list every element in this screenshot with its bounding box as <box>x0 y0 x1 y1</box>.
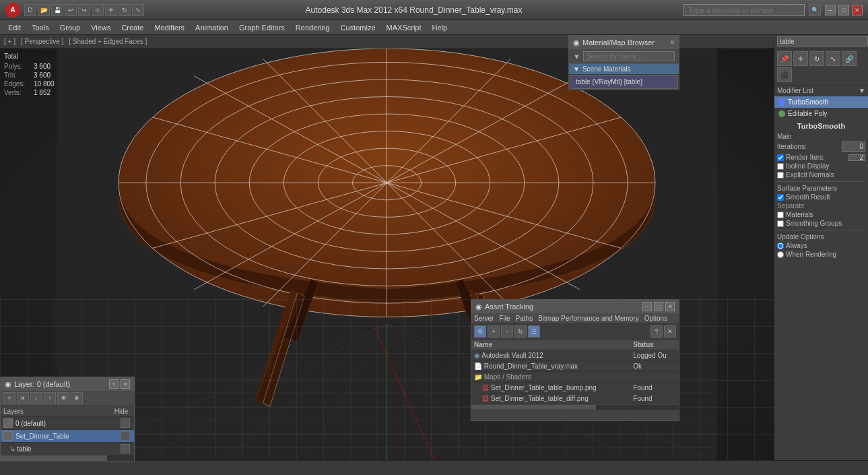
add-layer-icon[interactable]: + <box>3 392 15 404</box>
scale-icon[interactable]: ⤡ <box>132 4 144 16</box>
table-row[interactable]: 📁 Maps / Shaders <box>471 372 679 383</box>
move-icon[interactable]: ✛ <box>105 4 117 16</box>
isoline-label: Isoline Display <box>786 162 829 170</box>
at-menu-bitmap[interactable]: Bitmap Performance and Memory <box>538 315 639 322</box>
table-row[interactable]: ◉ Autodesk Vault 2012 Logged Ou <box>471 350 679 361</box>
layer-hide-toggle-1[interactable] <box>3 431 13 441</box>
isoline-row: Isoline Display <box>777 162 865 170</box>
open-icon[interactable]: 📂 <box>38 4 50 16</box>
at-maximize-button[interactable]: □ <box>654 302 663 311</box>
materials-checkbox[interactable] <box>777 212 784 218</box>
modifier-panel: 📌 ✛ ↻ ⤡ 🔗 ⬛ Modifier List ▼ TurboSmooth … <box>774 35 868 462</box>
view-perspective[interactable]: [ Perspective ] <box>21 38 63 45</box>
layer-hide-toggle-0[interactable] <box>3 418 13 428</box>
menu-animation[interactable]: Animation <box>190 22 234 33</box>
smooth-result-label: Smooth Result <box>786 193 830 201</box>
material-item[interactable]: table (VRayMtl) [table] <box>570 75 678 89</box>
layers-titlebar: ◉ Layer: 0 (default) ? ✕ <box>1 377 134 391</box>
at-list-icon[interactable]: ☰ <box>528 325 540 338</box>
layers-toolbar: + ✕ ↓ ↑ 👁 ❄ <box>1 391 134 406</box>
hide-all-icon[interactable]: 👁 <box>57 392 69 404</box>
menu-create[interactable]: Create <box>116 22 149 33</box>
undo-icon[interactable]: ↩ <box>65 4 77 16</box>
remove-selected-icon[interactable]: ↑ <box>44 392 56 404</box>
modifier-item-editablepoly[interactable]: Editable Poly <box>774 108 868 119</box>
menu-views[interactable]: Views <box>86 22 116 33</box>
layers-help-button[interactable]: ? <box>109 379 119 389</box>
list-item[interactable]: Set_Dinner_Table <box>1 430 134 443</box>
menu-maxscript[interactable]: MAXScript <box>381 22 427 33</box>
minimize-button[interactable]: ─ <box>825 5 836 15</box>
maximize-button[interactable]: □ <box>838 5 849 15</box>
iterations-input[interactable] <box>842 141 865 152</box>
select-icon[interactable]: ⊹ <box>92 4 104 16</box>
menu-modifiers[interactable]: Modifiers <box>149 22 190 33</box>
table-row[interactable]: 🖼 Set_Dinner_Table_table_diff.png Found <box>471 393 679 404</box>
view-shading[interactable]: [ Shaded + Edged Faces ] <box>69 38 147 45</box>
asset-tracking-scrollbar[interactable] <box>471 404 679 410</box>
when-rendering-row: When Rendering <box>777 251 865 258</box>
scale-tool-icon[interactable]: ⤡ <box>826 51 840 66</box>
modifier-dot-green <box>778 110 785 117</box>
at-refresh-icon[interactable]: ↻ <box>514 325 527 338</box>
menu-customize[interactable]: Customize <box>335 22 381 33</box>
menu-edit[interactable]: Edit <box>3 22 26 33</box>
layers-close-button[interactable]: ✕ <box>121 379 130 389</box>
list-item[interactable]: 0 (default) <box>1 417 134 430</box>
link-icon[interactable]: 🔗 <box>842 51 857 66</box>
redo-icon[interactable]: ↪ <box>78 4 90 16</box>
view-plus-bracket[interactable]: [ + ] <box>4 38 15 45</box>
menu-graph-editors[interactable]: Graph Editors <box>234 22 290 33</box>
list-item[interactable]: ↳ table <box>1 443 134 455</box>
pin-icon[interactable]: 📌 <box>777 51 792 66</box>
when-rendering-radio[interactable] <box>777 251 784 258</box>
delete-layer-icon[interactable]: ✕ <box>17 392 29 404</box>
table-row[interactable]: 🖼 Set_Dinner_Table_table_bump.png Found <box>471 383 679 393</box>
new-icon[interactable]: 🗋 <box>24 4 36 16</box>
material-browser-close[interactable]: × <box>670 38 675 47</box>
help-search-input[interactable] <box>683 4 805 16</box>
rotate-tool-icon[interactable]: ↻ <box>809 51 824 66</box>
at-help-icon[interactable]: ? <box>650 325 663 338</box>
menu-help[interactable]: Help <box>427 22 453 33</box>
modifier-item-turbosmooth[interactable]: TurboSmooth <box>774 96 868 108</box>
material-browser-panel: ◉ Material/Map Browser × ▼ ▼ Scene Mater… <box>568 35 679 90</box>
section-collapse-icon: ▼ <box>573 65 580 73</box>
at-menu-file[interactable]: File <box>499 315 510 322</box>
menu-group[interactable]: Group <box>55 22 86 33</box>
at-vault-icon[interactable]: ⚙ <box>474 325 486 338</box>
extra-icon[interactable]: ⬛ <box>777 67 792 82</box>
menu-tools[interactable]: Tools <box>26 22 55 33</box>
at-add-icon[interactable]: + <box>488 325 500 338</box>
save-icon[interactable]: 💾 <box>51 4 63 16</box>
at-remove-icon[interactable]: - <box>501 325 513 338</box>
menu-rendering[interactable]: Rendering <box>290 22 335 33</box>
isoline-checkbox[interactable] <box>777 163 784 170</box>
close-button[interactable]: ✕ <box>852 5 863 15</box>
add-selected-icon[interactable]: ↓ <box>30 392 42 404</box>
at-menu-paths[interactable]: Paths <box>516 315 533 322</box>
modifier-search-input[interactable] <box>777 36 868 46</box>
at-close-button[interactable]: ✕ <box>665 302 675 311</box>
verts-label: Verts: <box>4 89 31 96</box>
render-iters-checkbox[interactable] <box>777 154 784 161</box>
at-close-icon[interactable]: ✕ <box>664 325 676 338</box>
window-title: Autodesk 3ds Max 2012 x64 Round_Dinner_T… <box>306 5 523 15</box>
table-row[interactable]: 📄 Round_Dinner_Table_vray.max Ok <box>471 361 679 372</box>
at-minimize-button[interactable]: ─ <box>642 302 652 311</box>
rotate-icon[interactable]: ↻ <box>119 4 131 16</box>
layers-scrollbar[interactable] <box>1 455 134 461</box>
at-menu-server[interactable]: Server <box>474 315 494 322</box>
layers-col-name: Layers <box>3 408 111 415</box>
move-tool-icon[interactable]: ✛ <box>793 51 808 66</box>
modifier-list-arrow-icon[interactable]: ▼ <box>859 87 865 94</box>
explicit-normals-checkbox[interactable] <box>777 172 784 179</box>
search-icon[interactable]: 🔍 <box>809 4 821 16</box>
render-iters-input[interactable] <box>848 154 865 161</box>
always-radio[interactable] <box>777 243 784 249</box>
at-menu-options[interactable]: Options <box>644 315 667 322</box>
smoothing-groups-checkbox[interactable] <box>777 220 784 227</box>
freeze-all-icon[interactable]: ❄ <box>71 392 83 404</box>
smooth-result-checkbox[interactable] <box>777 194 784 201</box>
material-search-input[interactable] <box>583 51 675 61</box>
